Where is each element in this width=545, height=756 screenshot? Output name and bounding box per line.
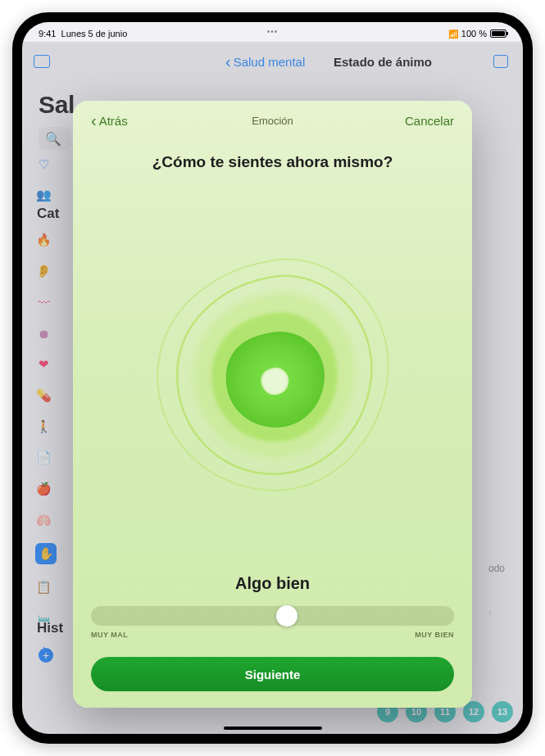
sheet-navbar: Atrás Emoción Cancelar <box>91 112 454 129</box>
slider-track[interactable] <box>91 606 454 626</box>
next-button-label: Siguiente <box>245 668 301 681</box>
sheet-title: Emoción <box>252 115 293 127</box>
status-time: 9:41 <box>39 29 56 38</box>
slider-thumb[interactable] <box>276 605 297 627</box>
battery-percent: 100 % <box>461 29 487 38</box>
status-date: Lunes 5 de junio <box>61 29 128 38</box>
next-button[interactable]: Siguiente <box>91 657 454 691</box>
ipad-frame: 9:41 Lunes 5 de junio ••• 100 % Salud me… <box>12 12 533 744</box>
wifi-icon <box>448 29 458 38</box>
mood-value-label: Algo bien <box>91 574 454 593</box>
home-indicator[interactable] <box>224 727 322 730</box>
status-bar: 9:41 Lunes 5 de junio ••• 100 % <box>22 22 523 42</box>
cancel-button[interactable]: Cancelar <box>405 114 454 128</box>
mood-log-sheet: Atrás Emoción Cancelar ¿Cómo te sientes … <box>73 101 472 708</box>
slider-min-label: MUY MAL <box>91 631 128 639</box>
mood-question: ¿Cómo te sientes ahora mismo? <box>91 153 454 171</box>
mood-slider[interactable]: MUY MAL MUY BIEN <box>91 606 454 639</box>
mood-blob-icon <box>142 246 404 508</box>
chevron-left-icon <box>91 112 97 129</box>
slider-max-label: MUY BIEN <box>415 631 454 639</box>
multitask-dots-icon[interactable]: ••• <box>267 27 279 36</box>
status-clock-date: 9:41 Lunes 5 de junio <box>39 29 127 38</box>
back-button[interactable]: Atrás <box>91 112 128 129</box>
back-button-label: Atrás <box>99 114 128 128</box>
battery-icon <box>490 29 506 38</box>
mood-visual <box>91 179 454 574</box>
screen: 9:41 Lunes 5 de junio ••• 100 % Salud me… <box>22 22 523 734</box>
slider-bound-labels: MUY MAL MUY BIEN <box>91 631 454 639</box>
